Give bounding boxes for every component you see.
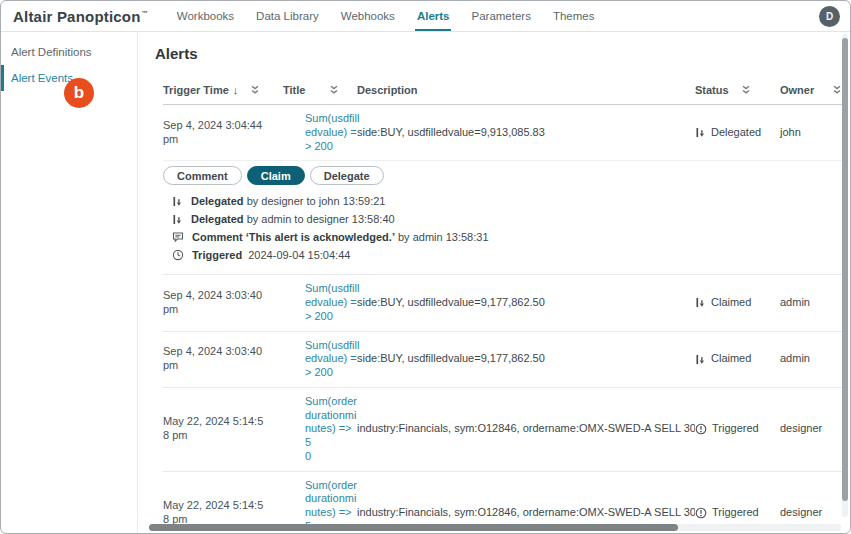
table-row[interactable]: May 22, 2024 5:14:5 8 pm Sum(order durat…: [163, 388, 845, 472]
comment-button[interactable]: Comment: [163, 166, 242, 185]
page-title: Alerts: [155, 45, 850, 62]
owner-cell: admin: [780, 296, 845, 310]
triggered-alert-icon: [695, 423, 707, 435]
description-cell: side:BUY, usdfilledvalue=9,913,085.83: [357, 126, 695, 140]
top-navbar: Altair Panopticon™ Workbooks Data Librar…: [1, 1, 850, 32]
filter-chevrons-icon[interactable]: [741, 85, 751, 95]
history-action: Triggered: [192, 249, 242, 261]
user-avatar[interactable]: D: [819, 6, 840, 27]
annotation-badge-b: b: [64, 78, 94, 108]
nav-tab-parameters[interactable]: Parameters: [460, 1, 541, 31]
history-action: Comment ‘This alert is acknowledged.’: [192, 231, 395, 243]
nav-tab-webhooks[interactable]: Webhooks: [330, 1, 406, 31]
brand-logo: Altair Panopticon™: [13, 1, 148, 31]
header-title-label[interactable]: Title: [283, 84, 305, 96]
status-label: Triggered: [712, 422, 759, 436]
trigger-time-cell: May 22, 2024 5:14:5 8 pm: [163, 415, 283, 443]
sort-desc-icon[interactable]: ↓: [233, 84, 239, 96]
trigger-time-cell: May 22, 2024 5:14:5 8 pm: [163, 499, 283, 527]
table-header-row: Trigger Time ↓ Title Description: [163, 76, 845, 105]
sidebar: Alert Definitions Alert Events b: [1, 32, 138, 534]
delegate-icon: [172, 214, 183, 225]
alert-detail-panel: Comment Claim Delegate Delegated by desi…: [163, 161, 845, 275]
alert-title-link[interactable]: Sum(usdfill edvalue) = > 200: [283, 339, 357, 380]
nav-tab-data-library[interactable]: Data Library: [245, 1, 330, 31]
status-cell: Triggered: [695, 506, 780, 520]
header-description: Description: [357, 84, 695, 96]
triggered-alert-icon: [695, 507, 707, 519]
status-cell: Claimed: [695, 352, 780, 366]
filter-chevrons-icon[interactable]: [329, 85, 339, 95]
horizontal-scrollbar[interactable]: [149, 524, 841, 531]
description-cell: side:BUY, usdfilledvalue=9,177,862.50: [357, 352, 695, 366]
main-nav: Workbooks Data Library Webhooks Alerts P…: [166, 1, 606, 31]
history-action: Delegated: [191, 213, 244, 225]
alerts-table: Trigger Time ↓ Title Description: [163, 76, 845, 534]
header-title: Title: [283, 84, 357, 96]
history-item: Comment ‘This alert is acknowledged.’ by…: [172, 230, 845, 244]
trademark-mark: ™: [142, 10, 148, 16]
filter-chevrons-icon[interactable]: [832, 85, 842, 95]
header-owner: Owner: [780, 84, 845, 96]
owner-cell: designer: [780, 422, 845, 436]
alert-title-link[interactable]: Sum(order durationmi nutes) => 5 0: [283, 395, 357, 464]
history-text: by admin to designer 13:58:40: [247, 213, 395, 225]
claim-button[interactable]: Claim: [247, 166, 305, 185]
status-label: Claimed: [711, 296, 751, 310]
history-text: by designer to john 13:59:21: [247, 195, 386, 207]
history-item: Triggered 2024-09-04 15:04:44: [172, 248, 845, 262]
nav-tab-workbooks[interactable]: Workbooks: [166, 1, 245, 31]
owner-cell: admin: [780, 352, 845, 366]
nav-tab-alerts[interactable]: Alerts: [406, 1, 461, 31]
status-cell: Claimed: [695, 296, 780, 310]
history-text: by admin 13:58:31: [398, 231, 489, 243]
header-owner-label[interactable]: Owner: [780, 84, 814, 96]
alert-history-list: Delegated by designer to john 13:59:21 D…: [163, 194, 845, 262]
header-description-label: Description: [357, 84, 418, 96]
claim-icon: [695, 354, 706, 365]
brand-name: Altair Panopticon: [13, 8, 141, 25]
status-cell: Triggered: [695, 422, 780, 436]
claim-icon: [695, 297, 706, 308]
owner-cell: designer: [780, 506, 845, 520]
history-item: Delegated by designer to john 13:59:21: [172, 194, 845, 208]
header-status-label[interactable]: Status: [695, 84, 729, 96]
horizontal-scrollbar-thumb[interactable]: [149, 524, 678, 531]
alert-title-link[interactable]: Sum(usdfill edvalue) = > 200: [283, 112, 357, 153]
header-status: Status: [695, 84, 780, 96]
table-row[interactable]: Sep 4, 2024 3:03:40 pm Sum(usdfill edval…: [163, 275, 845, 331]
delegate-icon: [695, 127, 706, 138]
table-row[interactable]: Sep 4, 2024 3:03:40 pm Sum(usdfill edval…: [163, 332, 845, 388]
description-cell: industry:Financials, sym:O12846, orderna…: [357, 506, 695, 520]
comment-icon: [172, 231, 184, 243]
history-item: Delegated by admin to designer 13:58:40: [172, 212, 845, 226]
trigger-time-cell: Sep 4, 2024 3:03:40 pm: [163, 289, 283, 317]
page-layout: Alert Definitions Alert Events b Alerts …: [1, 32, 850, 534]
owner-cell: john: [780, 126, 845, 140]
history-text: 2024-09-04 15:04:44: [248, 249, 350, 261]
filter-chevrons-icon[interactable]: [250, 85, 260, 95]
status-label: Claimed: [711, 352, 751, 366]
status-cell: Delegated: [695, 126, 780, 140]
alert-title-link[interactable]: Sum(usdfill edvalue) = > 200: [283, 282, 357, 323]
trigger-time-cell: Sep 4, 2024 3:04:44 pm: [163, 119, 283, 147]
vertical-scrollbar[interactable]: [842, 34, 848, 517]
sidebar-item-alert-definitions[interactable]: Alert Definitions: [1, 39, 137, 65]
clock-icon: [172, 249, 184, 261]
status-label: Delegated: [711, 126, 761, 140]
delegate-button[interactable]: Delegate: [310, 166, 384, 185]
trigger-time-cell: Sep 4, 2024 3:03:40 pm: [163, 345, 283, 373]
table-row[interactable]: Sep 4, 2024 3:04:44 pm Sum(usdfill edval…: [163, 105, 845, 161]
vertical-scrollbar-thumb[interactable]: [842, 38, 848, 501]
delegate-icon: [172, 196, 183, 207]
history-action: Delegated: [191, 195, 244, 207]
status-label: Triggered: [712, 506, 759, 520]
nav-tab-themes[interactable]: Themes: [542, 1, 606, 31]
main-content: Alerts Trigger Time ↓ Title: [138, 32, 850, 534]
header-trigger-time-label[interactable]: Trigger Time: [163, 84, 229, 96]
description-cell: industry:Financials, sym:O12846, orderna…: [357, 422, 695, 436]
description-cell: side:BUY, usdfilledvalue=9,177,862.50: [357, 296, 695, 310]
header-trigger-time: Trigger Time ↓: [163, 84, 283, 96]
detail-actions: Comment Claim Delegate: [163, 166, 845, 185]
app-window: Altair Panopticon™ Workbooks Data Librar…: [0, 0, 851, 534]
